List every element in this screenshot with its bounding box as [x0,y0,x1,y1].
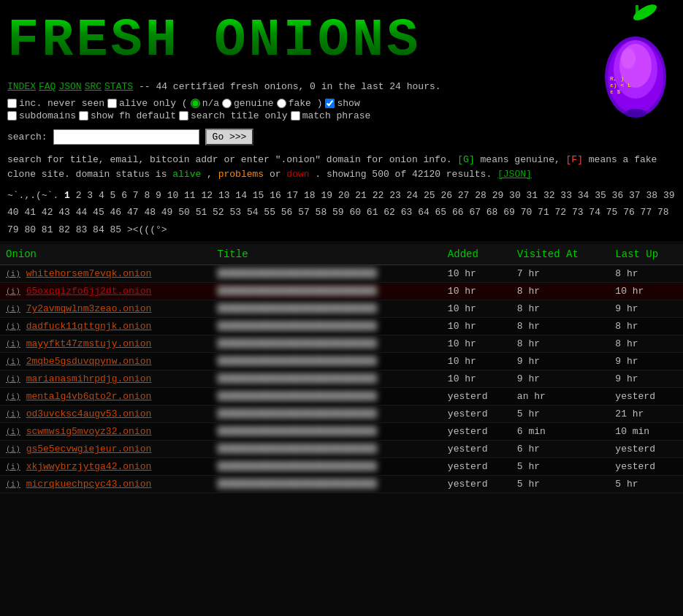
page-link[interactable]: 42 [42,207,53,218]
page-link[interactable]: 85 [110,224,122,235]
nav-json[interactable]: JSON [58,81,81,92]
page-link[interactable]: 8 [144,190,150,201]
onion-link[interactable]: 7y2avmqwlnm3zeao.onion [26,303,152,314]
page-link[interactable]: 61 [367,207,378,218]
info-link[interactable]: (i) [6,480,20,489]
page-link[interactable]: 64 [418,207,430,218]
page-link[interactable]: 48 [144,207,156,218]
match-phrase-option[interactable]: match phrase [291,110,371,121]
info-link[interactable]: (i) [6,410,20,419]
info-link[interactable]: (i) [6,445,20,454]
info-link[interactable]: (i) [6,340,20,349]
page-link[interactable]: 72 [555,207,567,218]
onion-link[interactable]: whitehorsem7evqk.onion [26,268,152,279]
page-link[interactable]: 71 [538,207,549,218]
nav-src[interactable]: SRC [85,81,102,92]
page-link[interactable]: 28 [475,190,487,201]
onion-link[interactable]: mayyfkt47zmstujy.onion [26,338,152,349]
page-link[interactable]: 5 [110,190,116,201]
page-link[interactable]: 78 [657,207,669,218]
show-option[interactable]: show [325,98,359,109]
page-link[interactable]: 36 [612,190,624,201]
page-link[interactable]: 73 [572,207,584,218]
page-link[interactable]: 15 [253,190,264,201]
nav-faq[interactable]: FAQ [39,81,56,92]
page-link[interactable]: 29 [492,190,504,201]
onion-link[interactable]: gs5e5ecvwgiejeur.onion [26,444,152,455]
show-checkbox[interactable] [325,99,335,108]
page-link[interactable]: 16 [270,190,281,201]
page-link[interactable]: 38 [646,190,657,201]
onion-link[interactable]: dadfuck11qttgnjk.onion [26,321,152,332]
page-link[interactable]: 56 [281,207,293,218]
page-link[interactable]: 33 [560,190,572,201]
info-link[interactable]: (i) [6,270,20,278]
page-link[interactable]: 45 [93,207,104,218]
subdomains-option[interactable]: subdomains [7,110,76,121]
page-link[interactable]: 40 [7,207,19,218]
fake-radio[interactable] [277,99,286,108]
page-link[interactable]: 3 [87,190,93,201]
fake-option[interactable]: fake ) [277,98,323,109]
page-link[interactable]: 12 [201,190,213,201]
page-link[interactable]: 46 [110,207,122,218]
page-link[interactable]: 50 [178,207,190,218]
info-link[interactable]: (i) [6,375,20,384]
page-link[interactable]: 81 [42,224,53,235]
page-link[interactable]: 32 [543,190,555,201]
page-link[interactable]: 60 [349,207,361,218]
page-link[interactable]: 4 [99,190,104,201]
page-link[interactable]: 26 [440,190,452,201]
page-link[interactable]: 66 [452,207,464,218]
page-link[interactable]: 11 [184,190,196,201]
page-link[interactable]: 34 [578,190,589,201]
show-fh-option[interactable]: show fh default [79,110,176,121]
page-link[interactable]: 69 [503,207,515,218]
onion-link[interactable]: 2mqbe5gsduvqpynw.onion [26,356,152,367]
page-link[interactable]: 25 [424,190,435,201]
page-link[interactable]: 30 [509,190,521,201]
show-fh-checkbox[interactable] [79,111,88,121]
page-link[interactable]: 77 [641,207,652,218]
alive-only-option[interactable]: alive only ( [107,98,188,109]
genuine-option[interactable]: genuine [222,98,274,109]
page-link[interactable]: 65 [435,207,447,218]
page-link[interactable]: 75 [606,207,618,218]
page-link[interactable]: 53 [229,207,241,218]
json-results-link[interactable]: [JSON] [497,169,532,180]
nav-stats[interactable]: STATS [104,81,133,92]
page-link[interactable]: 17 [287,190,299,201]
page-link[interactable]: 80 [24,224,36,235]
page-link[interactable]: 74 [589,207,600,218]
page-link[interactable]: 39 [663,190,675,201]
page-link[interactable]: 23 [389,190,401,201]
info-link[interactable]: (i) [6,305,20,313]
page-link[interactable]: 35 [595,190,606,201]
page-link[interactable]: 59 [332,207,344,218]
page-link[interactable]: 7 [133,190,139,201]
page-link[interactable]: 19 [321,190,332,201]
match-phrase-checkbox[interactable] [291,111,300,121]
na-option[interactable]: n/a [191,98,219,109]
na-radio[interactable] [191,99,200,108]
onion-link[interactable]: 65oxcqizfo6jj2dt.onion [26,286,152,297]
inc-never-seen-option[interactable]: inc. never seen [7,98,104,109]
info-link[interactable]: (i) [6,427,20,436]
onion-link[interactable]: micrqkuechpcyc43.onion [26,479,152,490]
page-link[interactable]: 51 [196,207,207,218]
page-link[interactable]: 49 [161,207,173,218]
page-link[interactable]: 54 [247,207,259,218]
page-link[interactable]: 20 [338,190,350,201]
onion-link[interactable]: xkjwwybrzjytga42.onion [26,461,152,472]
info-link[interactable]: (i) [6,322,20,331]
page-link[interactable]: 18 [304,190,316,201]
nav-index[interactable]: INDEX [7,81,36,92]
page-link[interactable]: 47 [127,207,139,218]
alive-only-checkbox[interactable] [107,99,117,108]
info-link[interactable]: (i) [6,287,20,296]
page-link[interactable]: 37 [629,190,641,201]
page-link[interactable]: 10 [167,190,179,201]
search-title-checkbox[interactable] [179,111,188,121]
search-button[interactable]: Go >>> [205,129,254,145]
page-link[interactable]: 70 [521,207,533,218]
